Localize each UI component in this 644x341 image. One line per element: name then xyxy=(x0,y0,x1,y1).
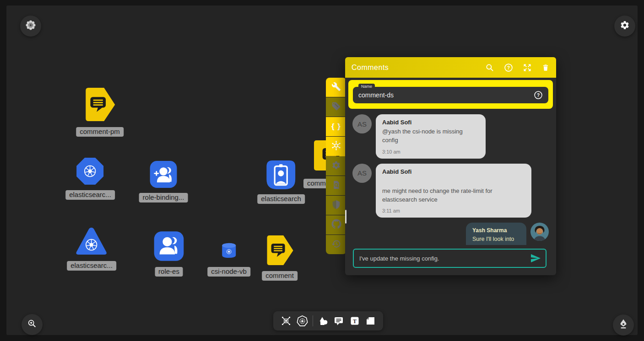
k8s-octagon-icon xyxy=(76,157,104,186)
comments-panel-header[interactable]: Comments ? xyxy=(345,57,556,78)
comment-input[interactable] xyxy=(359,255,530,262)
json-tool-button[interactable]: { } xyxy=(326,117,346,136)
canvas-node-comment[interactable]: comment xyxy=(262,234,298,281)
storage-cylinder-icon xyxy=(222,243,236,258)
hub-icon xyxy=(331,140,341,153)
doc-search-icon xyxy=(331,180,341,192)
settings-button[interactable] xyxy=(614,16,635,37)
message-author: Aabid Sofi xyxy=(382,119,479,126)
canvas-node-elasticsearch-triangle[interactable]: elasticsearc... xyxy=(67,226,116,271)
svg-text:?: ? xyxy=(537,93,540,98)
help-icon[interactable]: ? xyxy=(534,91,543,100)
tags-icon xyxy=(331,101,341,113)
configure-tool-button[interactable] xyxy=(326,78,346,97)
role-icon xyxy=(154,231,184,261)
comment-tool-icon[interactable] xyxy=(333,315,344,326)
panel-header-actions: ? xyxy=(485,63,550,72)
app-logo-button[interactable] xyxy=(20,16,41,37)
message-time: 3:10 am xyxy=(382,149,479,155)
svg-text:T: T xyxy=(352,318,356,325)
design-canvas[interactable]: comment-pm elasticsearc... role-binding.… xyxy=(6,5,638,335)
github-icon xyxy=(331,219,341,231)
gear-icon xyxy=(331,160,341,172)
pen-tool-button[interactable] xyxy=(613,314,634,336)
text-tool-icon[interactable]: T xyxy=(349,315,360,326)
node-action-toolbar: { } xyxy=(326,78,346,254)
service-account-icon xyxy=(266,160,296,190)
labels-tool-button[interactable] xyxy=(326,97,346,117)
message-list[interactable]: AS Aabid Sofi @yash the csi-node is miss… xyxy=(345,111,556,245)
trash-icon[interactable] xyxy=(541,63,550,72)
name-field-section: Name ? xyxy=(348,80,553,109)
braces-icon: { } xyxy=(331,122,341,131)
comments-panel: Comments ? xyxy=(345,57,556,275)
app-canvas-page: comment-pm elasticsearc... role-binding.… xyxy=(0,0,644,341)
name-field-label: Name xyxy=(358,84,375,90)
wrench-icon xyxy=(331,82,341,93)
comment-flag-icon xyxy=(265,234,295,266)
message-time: 3:11 am xyxy=(382,208,525,213)
message-text: @yash the csi-node is missing config xyxy=(382,128,479,145)
node-label: role-es xyxy=(155,267,183,277)
comment-input-row xyxy=(353,249,547,268)
role-binding-icon xyxy=(149,160,177,188)
canvas-node-role-binding[interactable]: role-binding... xyxy=(139,160,188,202)
canvas-node-csi-node-vb[interactable]: csi-node-vb xyxy=(207,243,250,277)
name-input[interactable] xyxy=(358,91,534,99)
panel-title: Comments xyxy=(352,64,389,72)
settings-gear-icon xyxy=(620,20,630,32)
flower-logo-icon xyxy=(25,20,36,32)
canvas-node-elasticsearch-sa[interactable]: elasticsearch xyxy=(257,160,305,204)
zoom-button[interactable] xyxy=(22,314,43,335)
node-label: elasticsearch xyxy=(257,194,305,204)
node-label: comment xyxy=(262,271,298,281)
avatar: AS xyxy=(352,114,372,133)
message-row: Yash Sharma Sure I'll look into this 3:2… xyxy=(352,223,549,245)
circuit-icon[interactable] xyxy=(281,315,292,326)
search-icon[interactable] xyxy=(485,63,494,72)
message-bubble: Aabid Sofi me might need to change the r… xyxy=(376,164,531,218)
hub-tool-button[interactable] xyxy=(326,137,346,156)
message-bubble: Aabid Sofi @yash the csi-node is missing… xyxy=(376,114,486,159)
node-label: csi-node-vb xyxy=(207,267,250,277)
message-text: Sure I'll look into this xyxy=(472,235,520,245)
shapes-icon[interactable] xyxy=(318,315,329,326)
canvas-node-role-es[interactable]: role-es xyxy=(154,231,184,277)
shape-toolbar: T xyxy=(273,311,383,330)
send-icon[interactable] xyxy=(530,253,541,264)
name-input-box[interactable]: Name ? xyxy=(353,87,548,103)
svg-text:?: ? xyxy=(507,65,510,70)
settings-tool-button[interactable] xyxy=(326,156,346,176)
message-text: me might need to change the rate-limit f… xyxy=(382,187,525,204)
history-tool-button[interactable] xyxy=(326,235,346,254)
message-author: Aabid Sofi xyxy=(382,168,525,175)
history-icon xyxy=(331,239,341,250)
zoom-in-icon xyxy=(27,319,37,330)
message-row: AS Aabid Sofi @yash the csi-node is miss… xyxy=(352,114,549,159)
help-icon[interactable]: ? xyxy=(504,63,513,72)
shield-icon xyxy=(331,200,341,211)
toolbar-divider xyxy=(313,315,313,326)
kubernetes-icon[interactable] xyxy=(297,315,308,327)
node-label: elasticsearc... xyxy=(67,261,116,271)
github-tool-button[interactable] xyxy=(326,215,346,234)
node-label: comment-pm xyxy=(76,127,124,137)
message-author: Yash Sharma xyxy=(472,227,520,234)
message-bubble: Yash Sharma Sure I'll look into this 3:2… xyxy=(466,223,526,245)
canvas-node-elasticsearch-octagon[interactable]: elasticsearc... xyxy=(65,157,115,200)
scrollbar-thumb[interactable] xyxy=(345,210,346,224)
pen-nib-icon xyxy=(618,319,629,331)
avatar-photo xyxy=(530,223,549,241)
message-row: AS Aabid Sofi me might need to change th… xyxy=(352,164,549,218)
k8s-triangle-icon xyxy=(75,226,108,256)
note-tool-icon[interactable] xyxy=(365,315,376,326)
expand-icon[interactable] xyxy=(523,63,532,72)
node-label: elasticsearc... xyxy=(65,190,115,200)
comment-flag-icon xyxy=(83,86,117,123)
avatar: AS xyxy=(352,164,372,183)
node-label: role-binding... xyxy=(139,193,188,202)
inspect-tool-button[interactable] xyxy=(326,176,346,195)
canvas-node-comment-pm[interactable]: comment-pm xyxy=(76,86,124,137)
security-tool-button[interactable] xyxy=(326,196,346,215)
